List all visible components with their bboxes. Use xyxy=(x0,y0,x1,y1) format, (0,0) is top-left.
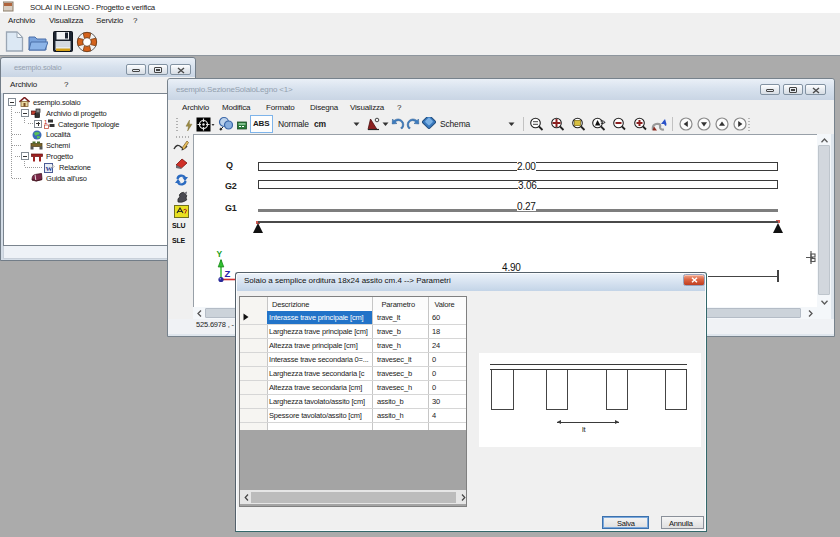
svg-text:1: 1 xyxy=(44,119,48,125)
svg-text:W: W xyxy=(46,164,53,172)
svg-text:Y: Y xyxy=(217,249,223,259)
svg-text:Z: Z xyxy=(225,268,231,279)
